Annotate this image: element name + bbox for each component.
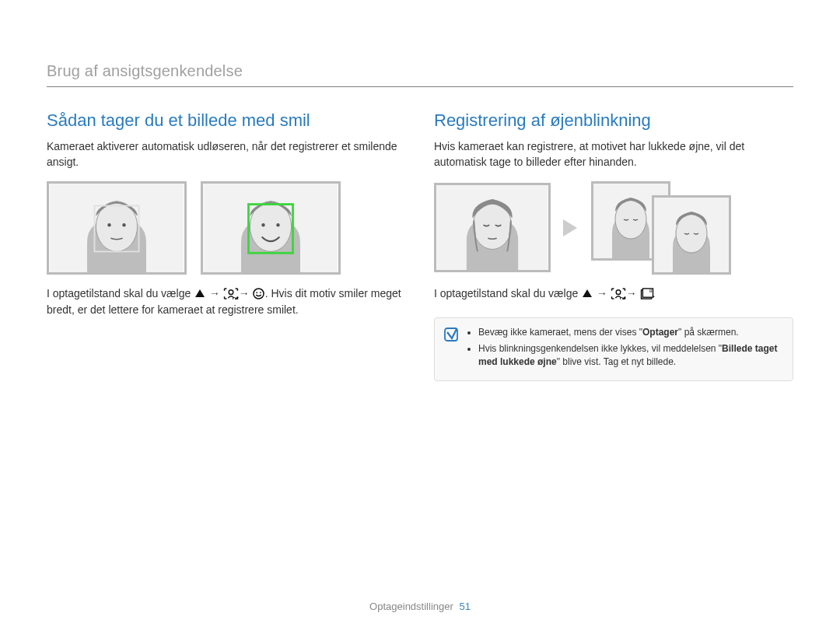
- blink-mode-icon: [640, 288, 653, 299]
- left-column: Sådan tager du et billede med smil Kamer…: [47, 110, 406, 381]
- page-number: 51: [459, 601, 470, 612]
- blink-detect-instruction: I optagetilstand skal du vælge → OFF →: [434, 285, 793, 302]
- svg-point-3: [122, 223, 125, 226]
- svg-point-7: [261, 223, 264, 226]
- note-icon: [444, 328, 458, 373]
- smile-shot-heading: Sådan tager du et billede med smil: [47, 110, 406, 131]
- arrow-glyph: →: [209, 287, 220, 299]
- smile-example-row: [47, 181, 406, 275]
- up-triangle-icon: [194, 288, 206, 299]
- up-triangle-icon: [581, 288, 593, 299]
- face-detect-off-icon: OFF: [223, 288, 236, 299]
- arrow-glyph: →: [239, 287, 250, 299]
- svg-point-2: [107, 223, 110, 226]
- smile-shot-intro: Kameraet aktiverer automatisk udløseren,…: [47, 138, 406, 170]
- double-shot-frame-2: [652, 195, 731, 275]
- footer-label: Optageindstillinger: [369, 601, 453, 612]
- svg-point-21: [616, 289, 621, 294]
- note-box: Bevæg ikke kameraet, mens der vises "Opt…: [434, 317, 793, 381]
- svg-point-13: [256, 292, 257, 293]
- section-breadcrumb: Brug af ansigtsgenkendelse: [47, 62, 793, 80]
- instr-prefix: I optagetilstand skal du vælge: [434, 287, 581, 299]
- divider: [47, 86, 793, 87]
- page-footer: Optageindstillinger 51: [0, 601, 840, 612]
- instr-prefix: I optagetilstand skal du vælge: [47, 287, 194, 299]
- arrow-glyph: →: [597, 287, 607, 299]
- blink-detect-intro: Hvis kameraet kan registrere, at motivet…: [434, 138, 793, 170]
- two-column-layout: Sådan tager du et billede med smil Kamer…: [47, 110, 793, 381]
- arrow-right-icon: [560, 216, 582, 240]
- face-example-neutral: [47, 181, 187, 275]
- double-shot-stack: [591, 181, 731, 275]
- svg-point-8: [276, 223, 279, 226]
- smile-shot-instruction: I optagetilstand skal du vælge → OFF →: [47, 285, 406, 318]
- right-column: Registrering af øjenblinkning Hvis kamer…: [434, 110, 793, 381]
- svg-point-10: [229, 289, 233, 294]
- smile-mode-icon: [253, 288, 265, 299]
- manual-page: Brug af ansigtsgenkendelse Sådan tager d…: [0, 0, 840, 634]
- note-item-1: Bevæg ikke kameraet, mens der vises "Opt…: [478, 326, 782, 339]
- blink-example-row: [434, 181, 793, 275]
- svg-text:OFF: OFF: [233, 296, 239, 299]
- face-example-eyes-closed: [434, 183, 551, 272]
- face-example-smiling: [201, 181, 341, 275]
- svg-point-12: [254, 289, 264, 299]
- note-list: Bevæg ikke kameraet, mens der vises "Opt…: [466, 326, 782, 373]
- face-detect-off-icon: OFF: [611, 288, 623, 299]
- note-item-2: Hvis blinkningsgenkendelsen ikke lykkes,…: [478, 342, 782, 370]
- svg-point-14: [260, 292, 261, 293]
- svg-text:OFF: OFF: [620, 296, 626, 299]
- arrow-glyph: →: [626, 287, 637, 299]
- blink-detect-heading: Registrering af øjenblinkning: [434, 110, 793, 131]
